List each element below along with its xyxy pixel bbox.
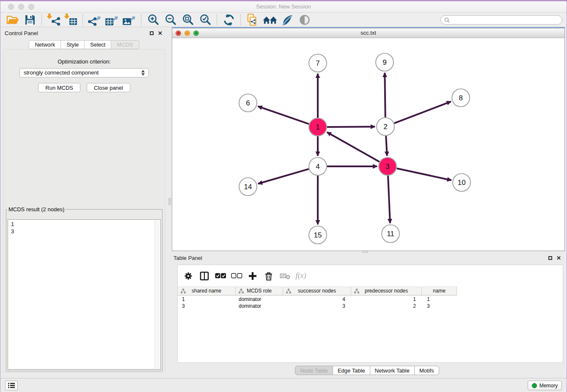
minimize-window-button[interactable] (18, 4, 24, 10)
graph-node-11[interactable]: 11 (382, 225, 399, 243)
network-minimize-button[interactable]: − (184, 30, 190, 36)
gear-button[interactable] (180, 268, 196, 284)
search-box[interactable] (440, 15, 562, 25)
import-network-button[interactable] (45, 14, 62, 26)
graph-edge-1-2[interactable] (327, 127, 375, 127)
save-session-button[interactable] (21, 14, 39, 26)
column-header-name[interactable]: name (422, 287, 457, 295)
export-network-button[interactable] (86, 14, 103, 26)
graph-node-7[interactable]: 7 (309, 54, 327, 72)
select-stepper-icon (141, 70, 146, 76)
table-panel-float-icon[interactable] (548, 256, 552, 260)
table-row[interactable]: 3dominator323 (178, 303, 563, 309)
memory-button[interactable]: Memory (528, 381, 562, 390)
table-cell-predecessor-nodes[interactable]: 2 (351, 303, 422, 309)
tab-motifs[interactable]: Motifs (414, 366, 439, 375)
run-mcds-button[interactable]: Run MCDS (38, 83, 80, 92)
table-panel-close-icon[interactable]: ✕ (556, 255, 561, 261)
criterion-select[interactable]: strongly connected component (19, 68, 149, 77)
graph-node-10[interactable]: 10 (453, 174, 471, 191)
column-header-label: MCDS role (247, 288, 272, 294)
tab-node-table[interactable]: Node Table (295, 366, 333, 375)
graph-edge-2-9[interactable] (385, 73, 385, 117)
zoom-fit-button[interactable] (179, 14, 196, 26)
export-table-button[interactable] (103, 14, 121, 26)
table-cell-shared-name[interactable]: 3 (178, 303, 236, 309)
zoom-selected-icon (199, 14, 212, 26)
app-titlebar: Session: New Session (0, 1, 567, 13)
network-canvas[interactable]: 7968124314101511 (172, 39, 564, 251)
network-close-button[interactable]: ✕ (176, 30, 181, 36)
zoom-selected-button[interactable] (196, 14, 214, 26)
search-input[interactable] (452, 16, 562, 24)
task-history-button[interactable] (5, 381, 18, 390)
graph-node-9[interactable]: 9 (376, 53, 394, 71)
graph-node-1[interactable]: 1 (309, 118, 327, 136)
graph-edge-2-3[interactable] (386, 136, 387, 156)
table-cell-name[interactable]: 1 (422, 296, 457, 303)
table-cell-successor-nodes[interactable]: 3 (283, 303, 351, 309)
graph-edge-3-1[interactable] (327, 132, 380, 162)
split-columns-button[interactable] (196, 268, 212, 284)
home-button[interactable] (261, 14, 278, 26)
graph-edge-4-14[interactable] (258, 169, 309, 184)
graph-edge-2-8[interactable] (394, 102, 451, 123)
result-scrollbar[interactable] (154, 220, 160, 369)
float-panel-icon[interactable] (150, 31, 154, 35)
close-panel-icon[interactable]: ✕ (158, 30, 162, 36)
close-window-button[interactable] (8, 4, 14, 10)
add-column-button[interactable] (245, 268, 261, 284)
graph-node-14[interactable]: 14 (239, 178, 257, 196)
close-panel-button[interactable]: Close panel (87, 83, 130, 92)
table-cell-shared-name[interactable]: 1 (178, 296, 236, 303)
graph-node-4[interactable]: 4 (309, 157, 327, 175)
mcds-result-list[interactable]: 13 (8, 219, 161, 370)
network-window-titlebar[interactable]: ✕ − + scc.txt (172, 28, 564, 38)
export-image-button[interactable] (121, 14, 138, 26)
hide-eye-icon (299, 14, 311, 26)
graph-edge-3-11[interactable] (388, 176, 390, 223)
column-header-MCDS-role[interactable]: MCDS role (236, 287, 283, 295)
select-all-columns-button[interactable] (212, 268, 228, 284)
table-cell-MCDS-role[interactable]: dominator (236, 296, 283, 303)
import-table-button[interactable] (62, 14, 80, 26)
graph-node-8[interactable]: 8 (452, 89, 470, 107)
open-session-button[interactable] (4, 14, 21, 26)
svg-text:10: 10 (458, 179, 466, 187)
tab-style[interactable]: Style (61, 40, 85, 49)
clone-network-button[interactable] (244, 14, 261, 26)
table-row[interactable]: 1dominator411 (178, 296, 563, 303)
list-icon (8, 383, 15, 388)
table-cell-name[interactable]: 3 (422, 303, 457, 309)
tab-network-table[interactable]: Network Table (370, 366, 415, 375)
network-maximize-button[interactable]: + (193, 30, 199, 36)
deselect-all-columns-button[interactable] (228, 268, 245, 284)
graph-node-6[interactable]: 6 (239, 94, 257, 112)
tab-mcds[interactable]: MCDS (111, 40, 139, 49)
hierarchy-icon (354, 289, 359, 293)
graph-node-2[interactable]: 2 (377, 118, 394, 135)
hide-eye-button[interactable] (296, 14, 313, 26)
zoom-in-button[interactable] (144, 14, 162, 26)
tab-network[interactable]: Network (29, 40, 61, 49)
tab-select[interactable]: Select (84, 40, 111, 49)
window-controls (8, 4, 34, 10)
delete-column-button[interactable] (261, 268, 277, 284)
graph-edge-3-10[interactable] (397, 168, 451, 180)
tab-edge-table[interactable]: Edge Table (333, 366, 370, 375)
zoom-out-button[interactable] (162, 14, 179, 26)
table-cell-MCDS-role[interactable]: dominator (236, 303, 283, 309)
open-session-icon (6, 14, 19, 25)
zoom-window-button[interactable] (28, 4, 34, 10)
graph-node-15[interactable]: 15 (309, 226, 327, 244)
style-brush-button[interactable] (278, 14, 296, 26)
table-cell-successor-nodes[interactable]: 4 (283, 296, 351, 303)
refresh-button[interactable] (220, 14, 237, 26)
graph-edge-1-6[interactable] (258, 106, 309, 124)
column-header-shared-name[interactable]: shared name (178, 287, 236, 295)
graph-node-3[interactable]: 3 (379, 157, 396, 175)
column-header-successor-nodes[interactable]: successor nodes (283, 287, 351, 295)
column-header-predecessor-nodes[interactable]: predecessor nodes (351, 287, 422, 295)
table-cell-predecessor-nodes[interactable]: 1 (351, 296, 422, 303)
hierarchy-icon (239, 289, 244, 293)
